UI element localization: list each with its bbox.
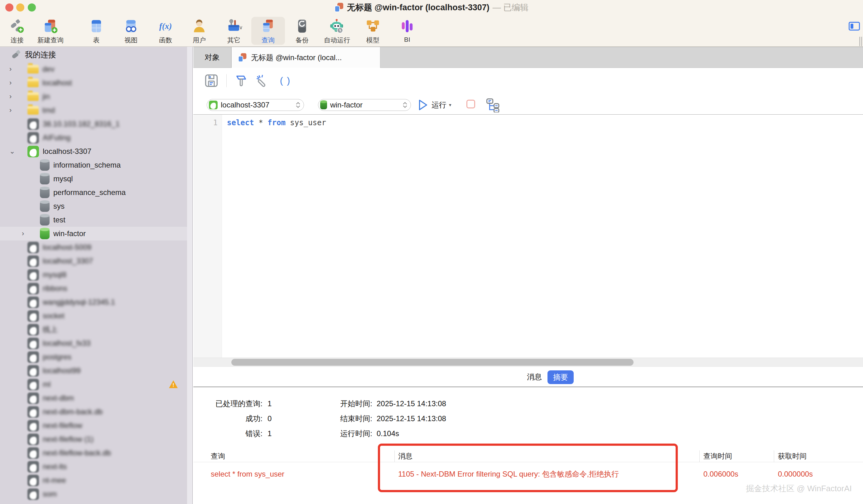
toolbar-item-label: 自动运行 <box>324 36 350 44</box>
tree-expand-icon[interactable]: › <box>0 65 27 73</box>
tree-item[interactable]: som <box>0 487 187 501</box>
tree-item[interactable]: information_schema <box>0 158 187 172</box>
tree-item[interactable]: next-dbm <box>0 391 187 405</box>
tree-item-label: ml <box>43 380 50 389</box>
stop-button[interactable] <box>466 100 475 108</box>
table-icon <box>89 17 103 35</box>
tree-item[interactable]: test <box>0 213 187 227</box>
toolbar-item-label: 函数 <box>159 36 172 44</box>
tree-expand-icon[interactable]: › <box>0 230 40 238</box>
tree-item[interactable]: localhost99 <box>0 364 187 377</box>
mysql-connection-icon <box>209 101 217 109</box>
toolbar-item-autorun[interactable]: 自动运行 <box>318 15 356 46</box>
result-cell-query-time[interactable]: 0.006000s <box>703 467 772 481</box>
toolbar-item-connect[interactable]: 连接 <box>0 15 34 46</box>
column-header-query[interactable]: 查询 <box>211 450 385 462</box>
toolbar-item-table[interactable]: 表 <box>79 15 113 46</box>
tree-item[interactable]: socket <box>0 309 187 323</box>
stat-value: 0 <box>267 411 305 426</box>
tree-item[interactable]: 线上 <box>0 323 187 336</box>
tree-item[interactable]: sys <box>0 199 187 213</box>
tree-expand-icon[interactable]: › <box>0 106 27 114</box>
tree-item-label: localhost <box>42 78 72 87</box>
column-divider[interactable] <box>395 450 395 462</box>
tree-item[interactable]: performance_schema <box>0 186 187 199</box>
tree-item-label: localhost99 <box>43 366 80 375</box>
result-cell-fetch-time[interactable]: 0.000000s <box>778 467 847 481</box>
line-number: 1 <box>193 116 217 130</box>
tree-item[interactable]: localhost_fx33 <box>0 336 187 350</box>
sql-code-line[interactable]: select * from sys_user <box>227 116 326 130</box>
sidebar-header[interactable]: 我的连接 <box>0 47 187 62</box>
connection-select[interactable]: localhost-3307 <box>207 99 304 111</box>
database-select[interactable]: win-factor <box>318 99 411 111</box>
tree-item[interactable]: localhost_3307 <box>0 254 187 268</box>
toolbar-item-user[interactable]: 用户 <box>182 15 216 46</box>
toolbar-item-view[interactable]: 视图 <box>114 15 148 46</box>
tree-item[interactable]: localhost-5009 <box>0 241 187 254</box>
tree-expand-icon[interactable]: › <box>0 92 27 101</box>
sidebar-toggle-icon[interactable] <box>849 22 860 30</box>
tree-expand-icon[interactable]: ⌄ <box>0 147 27 155</box>
window-title-wrap: 无标题 @win-factor (localhost-3307) — 已编辑 <box>0 0 863 15</box>
tree-item[interactable]: next-lts <box>0 460 187 474</box>
tree-item[interactable]: ⌄ localhost-3307 <box>0 144 187 158</box>
tree-item[interactable]: › localhost <box>0 76 187 90</box>
tree-item[interactable]: ribbons <box>0 282 187 295</box>
toolbar-item-new-query[interactable]: 新建查询 <box>32 15 69 46</box>
run-button[interactable] <box>416 99 430 112</box>
tree-item[interactable]: › win-factor <box>0 227 187 241</box>
tab-objects[interactable]: 对象 <box>193 47 232 68</box>
tree-item[interactable]: › tmd <box>0 103 187 117</box>
conn-gray-icon <box>27 297 39 308</box>
conn-gray-icon <box>27 434 39 445</box>
tree-item[interactable]: postgres <box>0 350 187 364</box>
column-header-fetch-time[interactable]: 获取时间 <box>778 450 840 462</box>
user-icon <box>192 17 207 35</box>
tree-item[interactable]: nt-mee <box>0 474 187 487</box>
column-header-message[interactable]: 消息 <box>398 450 679 462</box>
toolbar-item-model[interactable]: 模型 <box>356 15 390 46</box>
query-icon <box>261 17 275 35</box>
editor-hscrollbar-thumb[interactable] <box>232 359 634 366</box>
tab-summary-active[interactable]: 摘要 <box>548 370 574 384</box>
tree-item[interactable]: next-fileflow-back.db <box>0 446 187 460</box>
tree-item[interactable]: AIFuting <box>0 131 187 144</box>
result-cell-query[interactable]: select * from sys_user <box>211 467 385 481</box>
backup-icon <box>295 17 309 35</box>
tree-item[interactable]: mysql8 <box>0 268 187 282</box>
tab-messages[interactable]: 消息 <box>524 367 545 387</box>
toolbar-item-function[interactable]: f(x) 函数 <box>148 15 183 46</box>
column-header-query-time[interactable]: 查询时间 <box>703 450 766 462</box>
toolbar-item-query-active[interactable]: 查询 <box>251 17 285 45</box>
tree-item[interactable]: wangjjddysql-12345.1 <box>0 295 187 309</box>
tab-query-active[interactable]: 无标题 @win-factor (local... <box>232 47 380 68</box>
tree-expand-icon[interactable]: › <box>0 79 27 87</box>
save-button[interactable] <box>204 74 218 88</box>
beautify-sql-button[interactable] <box>234 74 248 88</box>
explain-plan-button[interactable] <box>485 97 501 113</box>
toolbar-item-backup[interactable]: 备份 <box>285 15 319 46</box>
connect-icon <box>10 17 24 35</box>
code-snippet-button[interactable]: ( ) <box>276 74 295 88</box>
toolbar-item-bi[interactable]: BI <box>390 15 424 46</box>
tree-item[interactable]: mysql <box>0 172 187 186</box>
run-menu-button[interactable]: 运行 ▾ <box>432 99 451 111</box>
result-cell-message[interactable]: 1105 - Next-DBM Error filtering SQL quer… <box>398 467 673 481</box>
tree-item[interactable]: ml <box>0 377 187 391</box>
tree-item[interactable]: › dev <box>0 62 187 76</box>
magic-wand-button[interactable] <box>255 74 271 88</box>
tree-item[interactable]: › jin <box>0 90 187 103</box>
toolbar-item-label: 备份 <box>296 36 309 44</box>
toolbar-divider <box>226 74 227 87</box>
tree-item[interactable]: next-fileflow (1) <box>0 432 187 446</box>
column-divider[interactable] <box>774 450 774 462</box>
sidebar-scrollbar[interactable] <box>187 47 192 504</box>
toolbar-item-other[interactable]: ∨ 其它 <box>217 15 251 46</box>
column-divider[interactable] <box>699 450 700 462</box>
tree-item-label: next-dbm <box>43 394 74 402</box>
tree-item[interactable]: next-dbm-back.db <box>0 405 187 419</box>
tree-item[interactable]: 38.10.103.182_8316_1 <box>0 117 187 131</box>
db-green-icon <box>40 228 50 239</box>
tree-item[interactable]: next-fileflow <box>0 419 187 432</box>
